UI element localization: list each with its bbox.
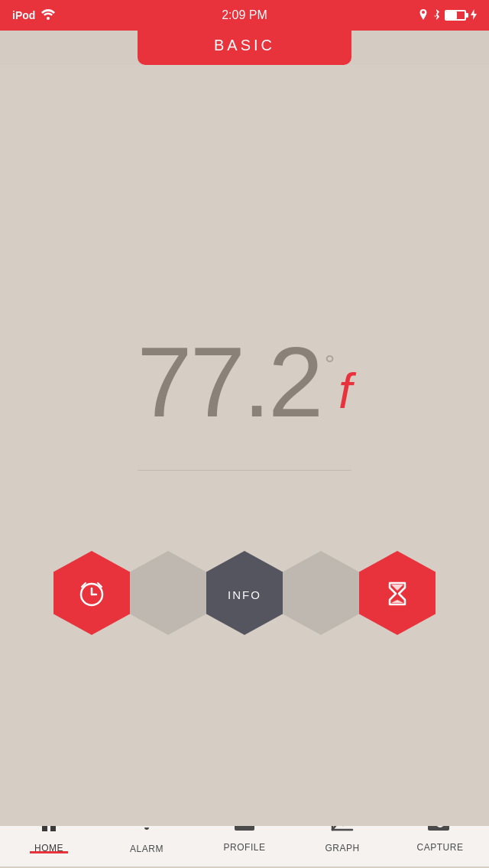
tab-capture-label: CAPTURE — [417, 842, 464, 853]
tab-home-label: HOME — [34, 843, 63, 853]
app-wrapper: iPod 2:09 PM — [0, 0, 489, 868]
tab-alarm-label: ALARM — [130, 844, 164, 854]
empty-right-hex-button[interactable] — [279, 547, 363, 643]
content-area: BASIC — [0, 29, 489, 866]
svg-marker-21 — [130, 551, 206, 635]
wifi-icon — [41, 9, 55, 22]
charging-icon — [471, 9, 477, 22]
alarm-hex-button[interactable] — [50, 547, 134, 643]
bluetooth-icon — [432, 9, 440, 22]
empty-right-hex-shape — [279, 547, 363, 643]
device-name: iPod — [12, 9, 35, 21]
timer-icon — [384, 580, 411, 611]
temperature-degree: ° — [325, 349, 335, 379]
temperature-unit: f — [338, 363, 352, 419]
svg-point-0 — [47, 17, 50, 20]
temperature-display: 77.2 ° f — [137, 325, 351, 439]
info-hex-button[interactable]: INFO — [202, 547, 287, 643]
tab-graph-label: GRAPH — [325, 843, 359, 853]
timer-hex-button[interactable] — [355, 547, 439, 643]
battery-icon — [445, 10, 466, 21]
svg-marker-23 — [283, 551, 359, 635]
tab-profile-label: PROFILE — [224, 842, 266, 853]
main-content: 77.2 ° f — [0, 65, 489, 826]
status-left: iPod — [12, 9, 55, 22]
temperature-value: 77.2 — [137, 326, 321, 438]
status-time: 2:09 PM — [222, 8, 267, 22]
temperature-divider — [138, 470, 351, 471]
info-label: INFO — [228, 588, 261, 601]
empty-left-hex-shape — [126, 547, 210, 643]
status-right — [419, 9, 477, 22]
status-bar: iPod 2:09 PM — [0, 0, 489, 31]
alarm-icon — [77, 579, 106, 611]
location-icon — [419, 9, 428, 22]
hex-buttons-row: INFO — [0, 547, 489, 643]
empty-left-hex-button[interactable] — [126, 547, 210, 643]
